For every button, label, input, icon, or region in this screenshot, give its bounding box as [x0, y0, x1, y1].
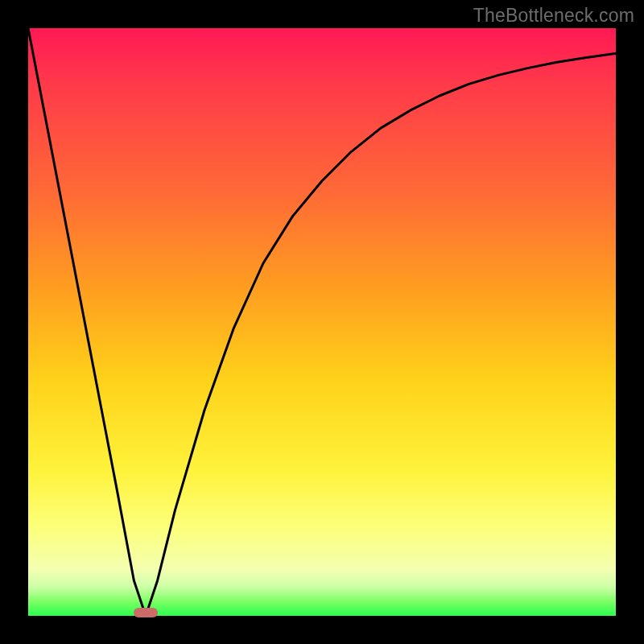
curve-path — [28, 28, 616, 616]
plot-area — [28, 28, 616, 616]
chart-frame: TheBottleneck.com — [0, 0, 644, 644]
optimal-marker — [134, 608, 157, 617]
watermark-text: TheBottleneck.com — [473, 5, 634, 27]
bottleneck-curve — [28, 28, 616, 616]
